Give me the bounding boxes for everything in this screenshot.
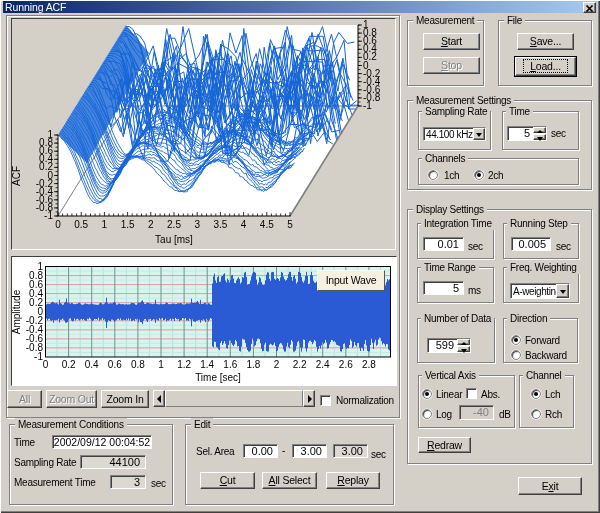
svg-text:1: 1 — [158, 359, 164, 370]
svg-text:0.5: 0.5 — [74, 219, 88, 230]
svg-text:2.4: 2.4 — [316, 359, 330, 370]
svg-text:2: 2 — [148, 219, 154, 230]
svg-text:2.8: 2.8 — [362, 359, 376, 370]
svg-text:-1: -1 — [44, 210, 53, 221]
svg-text:0.6: 0.6 — [108, 359, 122, 370]
svg-text:Time [sec]: Time [sec] — [195, 372, 241, 383]
svg-text:-1: -1 — [363, 100, 372, 111]
svg-text:4.5: 4.5 — [260, 219, 274, 230]
svg-text:1.8: 1.8 — [246, 359, 260, 370]
svg-text:2: 2 — [274, 359, 280, 370]
svg-text:2.5: 2.5 — [167, 219, 181, 230]
svg-text:5: 5 — [287, 219, 293, 230]
svg-text:0.4: 0.4 — [85, 359, 99, 370]
svg-text:0.2: 0.2 — [62, 359, 76, 370]
svg-text:2.2: 2.2 — [293, 359, 307, 370]
svg-text:1.2: 1.2 — [177, 359, 191, 370]
svg-text:ACF: ACF — [12, 166, 22, 186]
svg-text:1.6: 1.6 — [223, 359, 237, 370]
svg-text:2.6: 2.6 — [339, 359, 353, 370]
svg-text:1.4: 1.4 — [200, 359, 214, 370]
svg-text:3: 3 — [194, 219, 200, 230]
svg-text:3.5: 3.5 — [213, 219, 227, 230]
svg-text:1: 1 — [102, 219, 108, 230]
svg-text:0.8: 0.8 — [131, 359, 145, 370]
svg-text:4: 4 — [241, 219, 247, 230]
svg-text:0: 0 — [55, 219, 61, 230]
svg-text:Tau [ms]: Tau [ms] — [155, 234, 193, 245]
svg-text:1.5: 1.5 — [121, 219, 135, 230]
svg-text:Amplitude: Amplitude — [12, 289, 22, 334]
svg-text:0: 0 — [43, 359, 49, 370]
